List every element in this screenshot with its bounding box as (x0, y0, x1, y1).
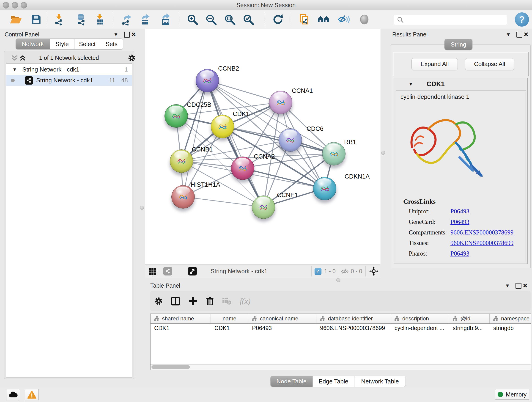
zoom-out-button[interactable] (204, 12, 218, 27)
toolbar-separator (339, 266, 339, 276)
warnings-button[interactable] (25, 389, 39, 400)
import-network-file-button[interactable] (52, 12, 67, 27)
cloud-status-button[interactable] (6, 389, 20, 400)
zoom-selected-button[interactable] (241, 12, 256, 27)
zoom-fit-button[interactable] (222, 12, 237, 27)
float-panel-icon[interactable] (124, 32, 130, 38)
network-node-rb1[interactable] (322, 142, 346, 166)
string-results-tab[interactable]: String (444, 39, 472, 50)
scrollbar-thumb[interactable] (152, 365, 190, 369)
search-input[interactable] (406, 15, 507, 25)
close-panel-icon[interactable]: × (523, 282, 527, 289)
column-header-description[interactable]: description (391, 314, 449, 323)
hidden-eye-slash-icon[interactable] (341, 268, 349, 274)
close-panel-icon[interactable]: × (131, 31, 136, 38)
column-header-namespace[interactable]: namespace (490, 314, 531, 323)
network-node-cdc6[interactable] (279, 128, 302, 152)
move-crosshair-icon[interactable] (369, 267, 378, 276)
search-icon (397, 16, 404, 24)
control-panel-tabs: Network Style Select Sets (16, 38, 123, 50)
network-row-label: String Network - cdk1 (36, 77, 93, 84)
create-column-button[interactable] (186, 296, 199, 306)
horizontal-scrollbar[interactable] (151, 364, 531, 370)
clone-network-button[interactable] (297, 12, 312, 27)
network-node-cdk1[interactable] (211, 115, 234, 138)
toolbar-separator (311, 266, 312, 276)
search-field[interactable] (394, 15, 507, 25)
column-header-shared-name[interactable]: shared name (151, 314, 211, 323)
crosslink-genecard-link[interactable]: P06493 (450, 218, 469, 225)
network-node-ccnb1[interactable] (170, 149, 193, 173)
protein-structure-image (402, 110, 488, 184)
crosslink-uniprot-link[interactable]: P06493 (450, 208, 469, 215)
expand-all-button[interactable]: Expand All (412, 58, 458, 70)
crosslink-pharos-link[interactable]: P06493 (450, 250, 469, 257)
tab-node-table[interactable]: Node Table (271, 376, 313, 387)
column-header-canonical-name[interactable]: canonical name (248, 314, 317, 323)
close-panel-icon[interactable]: × (524, 31, 528, 38)
entry-collapse-icon[interactable]: ▼ (408, 81, 413, 87)
network-node-count: 11 (109, 77, 115, 84)
export-table-button[interactable] (138, 12, 152, 27)
import-table-file-button[interactable] (93, 12, 108, 27)
toolbar-separator (179, 12, 179, 27)
network-collection-row[interactable]: ▼ String Network - cdk1 1 (6, 64, 132, 75)
column-header-id[interactable]: @id (449, 314, 490, 323)
node-label-hist1h1a: HIST1H1A (191, 181, 220, 188)
network-node-hist1h1a[interactable] (171, 185, 195, 209)
memory-status-button[interactable]: Memory (495, 389, 529, 400)
left-splitter-handle[interactable] (140, 206, 144, 210)
collapse-all-button[interactable]: Collapse All (465, 58, 514, 70)
refresh-button[interactable] (271, 12, 285, 27)
show-columns-button[interactable] (169, 296, 182, 306)
import-network-database-button[interactable] (74, 12, 89, 27)
tab-sets[interactable]: Sets (100, 39, 123, 49)
birds-eye-view-button[interactable] (188, 267, 197, 275)
open-session-button[interactable] (8, 12, 23, 27)
network-node-ccnb2[interactable] (196, 69, 219, 92)
network-node-cdc25b[interactable] (165, 104, 188, 128)
hide-selected-button[interactable] (337, 12, 351, 27)
first-neighbors-button[interactable] (317, 12, 331, 27)
table-row[interactable]: CDK1 CDK1 P06493 9606.ENSP00000378699 cy… (151, 323, 531, 332)
float-panel-icon[interactable] (515, 283, 521, 289)
collapse-panel-icon[interactable]: ▼ (506, 31, 511, 38)
column-header-name[interactable]: name (211, 314, 248, 323)
collapse-panel-icon[interactable]: ▼ (505, 282, 510, 289)
table-settings-button[interactable] (152, 296, 165, 306)
grid-view-button[interactable] (148, 267, 157, 275)
help-button[interactable]: ? (515, 12, 529, 27)
network-node-ccna2[interactable] (231, 157, 254, 180)
tab-network-table[interactable]: Network Table (355, 376, 405, 387)
network-share-view-button[interactable] (163, 267, 172, 275)
tab-style[interactable]: Style (50, 39, 75, 49)
zoom-in-button[interactable] (185, 12, 200, 27)
gear-icon[interactable] (128, 54, 136, 62)
network-node-ccne1[interactable] (252, 196, 275, 219)
column-type-icon (493, 316, 499, 321)
delete-column-button[interactable] (203, 296, 216, 306)
network-node-cdkn1a[interactable] (313, 177, 336, 200)
export-image-button[interactable] (158, 12, 173, 27)
crosslink-tissues-link[interactable]: 9606.ENSP00000378699 (450, 240, 513, 247)
network-node-ccna1[interactable] (269, 91, 292, 114)
save-session-button[interactable] (29, 12, 44, 27)
network-canvas[interactable]: CCNB2CCNA1CDC25BCDK1CDC6RB1CCNB1CCNA2CDK… (145, 29, 381, 264)
selected-checkbox[interactable]: ✓ (315, 268, 322, 275)
protein-structure-thumb (201, 74, 214, 87)
network-row-selected[interactable]: String Network - cdk1 11 48 (6, 75, 132, 86)
export-network-button[interactable] (119, 12, 133, 27)
float-panel-icon[interactable] (516, 32, 522, 38)
column-header-database-identifier[interactable]: database identifier (317, 314, 391, 323)
collection-expand-icon[interactable]: ▼ (12, 67, 17, 72)
show-all-button[interactable] (357, 12, 372, 27)
cell-database-identifier: 9606.ENSP00000378699 (317, 323, 391, 332)
right-splitter-handle[interactable] (381, 151, 385, 155)
column-type-icon (452, 316, 458, 321)
crosslink-compartments-link[interactable]: 9606.ENSP00000378699 (450, 229, 513, 236)
collapse-panel-icon[interactable]: ▼ (114, 31, 119, 38)
tab-select[interactable]: Select (75, 39, 100, 49)
tab-network[interactable]: Network (16, 39, 50, 49)
selected-node-edge-count: 1 - 0 (324, 264, 336, 278)
tab-edge-table[interactable]: Edge Table (313, 376, 355, 387)
